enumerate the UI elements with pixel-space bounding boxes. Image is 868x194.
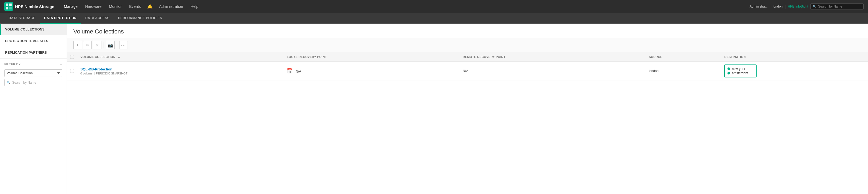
edit-button[interactable]: ✏ [83,41,92,50]
sidebar-item-replication-partners[interactable]: REPLICATION PARTNERS [0,47,67,58]
svg-rect-4 [9,7,11,9]
nav-divider: | [770,5,771,9]
nav-items: Manage Hardware Monitor Events 🔔 Adminis… [61,3,750,10]
svg-rect-3 [6,7,8,9]
td-local-recovery: 📅 N/A [283,62,459,80]
add-button[interactable]: + [73,41,82,50]
hpe-logo-icon [4,2,13,11]
select-all-checkbox[interactable] [70,55,74,59]
main-layout: VOLUME COLLECTIONS PROTECTION TEMPLATES … [0,24,868,194]
dest-status-dot-new-york [727,67,730,70]
destination-cell: new-york amsterdam [724,64,756,77]
page-title: Volume Collections [73,28,862,35]
dest-label-amsterdam: amsterdam [732,71,748,75]
nav-right: Administra... | london | HPE InfoSight 🔍 [750,3,864,9]
table-header: VOLUME COLLECTION ▲ LOCAL RECOVERY POINT… [67,52,868,62]
filter-search-input[interactable] [12,81,60,85]
sub-nav-data-storage[interactable]: DATA STORAGE [4,13,40,24]
filter-section: Filter By − Volume Collection Protection… [0,59,67,89]
nav-manage[interactable]: Manage [61,3,81,10]
volume-collections-table: VOLUME COLLECTION ▲ LOCAL RECOVERY POINT… [67,52,868,80]
svg-rect-0 [4,2,13,11]
svg-rect-2 [9,3,11,6]
filter-collapse-button[interactable]: − [60,62,62,67]
table-row: SQL-DB-Protection 0 volume | PERIODIC SN… [67,62,868,80]
hpe-infosight-link[interactable]: HPE InfoSight [788,5,808,8]
filter-type-select[interactable]: Volume Collection Protection Template Re… [4,69,62,77]
top-search-input[interactable] [818,5,861,8]
sub-navigation: DATA STORAGE DATA PROTECTION DATA ACCESS… [0,13,868,24]
td-source: london [646,62,721,80]
bell-icon[interactable]: 🔔 [145,4,155,9]
volume-count: 0 volume [81,72,93,75]
th-checkbox [67,52,77,62]
td-checkbox [67,62,77,80]
td-remote-recovery: N/A [460,62,646,80]
sidebar-item-protection-templates[interactable]: PROTECTION TEMPLATES [0,35,67,47]
nav-monitor[interactable]: Monitor [106,3,125,10]
source-value: london [649,69,658,73]
more-actions-button[interactable]: ··· [119,41,128,50]
filter-search-icon: 🔍 [7,81,10,85]
logo-text: HPE Nimble Storage [15,4,54,9]
content-header: Volume Collections [67,24,868,38]
calendar-icon[interactable]: 📅 [287,68,293,74]
nav-events[interactable]: Events [126,3,144,10]
local-recovery-value: N/A [296,70,301,73]
schedule-type: | PERIODIC SNAPSHOT [94,72,128,75]
volume-meta: 0 volume | PERIODIC SNAPSHOT [81,72,280,75]
dest-status-dot-amsterdam [727,72,730,74]
dest-item-new-york: new-york [727,67,753,71]
sidebar-item-volume-collections[interactable]: VOLUME COLLECTIONS [0,24,67,35]
location-text: london [773,5,782,8]
sidebar: VOLUME COLLECTIONS PROTECTION TEMPLATES … [0,24,67,194]
delete-button[interactable]: ✕ [93,41,101,50]
filter-by-label: Filter By [4,63,21,66]
table-body: SQL-DB-Protection 0 volume | PERIODIC SN… [67,62,868,80]
sub-nav-data-protection[interactable]: DATA PROTECTION [40,13,81,24]
th-local-recovery: LOCAL RECOVERY POINT [283,52,459,62]
dest-item-amsterdam: amsterdam [727,71,753,75]
search-icon: 🔍 [813,5,816,8]
main-content: Volume Collections + ✏ ✕ 📷 ··· [67,24,868,194]
row-checkbox[interactable] [70,69,74,73]
th-remote-recovery: REMOTE RECOVERY POINT [460,52,646,62]
sort-asc-icon: ▲ [118,55,121,59]
nav-help[interactable]: Help [187,3,202,10]
toolbar: + ✏ ✕ 📷 ··· [67,38,868,52]
snapshot-button[interactable]: 📷 [106,41,115,50]
logo-area[interactable]: HPE Nimble Storage [4,2,54,11]
remote-recovery-value: N/A [463,69,468,73]
volume-collection-link[interactable]: SQL-DB-Protection [81,67,280,71]
svg-rect-1 [6,3,8,6]
sub-nav-data-access[interactable]: DATA ACCESS [81,13,114,24]
th-destination: DESTINATION [721,52,868,62]
top-search-box[interactable]: 🔍 [810,3,864,9]
toolbar-divider [103,42,104,48]
sub-nav-performance-policies[interactable]: PERFORMANCE POLICIES [114,13,166,24]
table-scroll-area: VOLUME COLLECTION ▲ LOCAL RECOVERY POINT… [67,52,868,194]
td-volume-collection: SQL-DB-Protection 0 volume | PERIODIC SN… [77,62,283,80]
admin-user-text: Administra... [750,5,768,8]
top-navigation: HPE Nimble Storage Manage Hardware Monit… [0,0,868,13]
nav-administration[interactable]: Administration [156,3,186,10]
th-volume-collection[interactable]: VOLUME COLLECTION ▲ [77,52,283,62]
nav-divider2: | [785,5,785,9]
nav-hardware[interactable]: Hardware [82,3,105,10]
td-destination: new-york amsterdam [721,62,868,80]
th-source: SOURCE [646,52,721,62]
filter-header: Filter By − [4,62,62,67]
filter-search-box[interactable]: 🔍 [4,79,62,86]
dest-label-new-york: new-york [732,67,745,71]
